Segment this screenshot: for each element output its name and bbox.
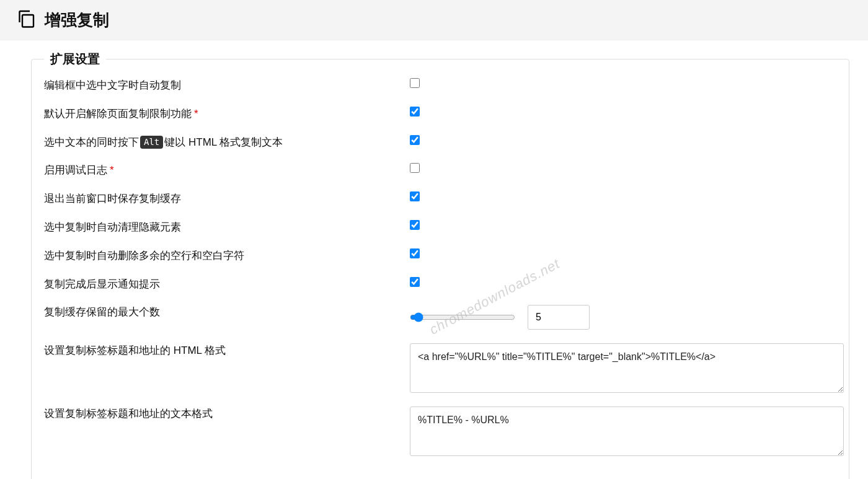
label-trim-ws: 选中复制时自动删除多余的空行和空白字符	[44, 248, 410, 263]
row-html-format: 设置复制标签标题和地址的 HTML 格式	[44, 343, 836, 393]
page-header: 增强复制	[0, 0, 868, 40]
label-html-format: 设置复制标签标题和地址的 HTML 格式	[44, 343, 410, 358]
svg-rect-0	[22, 15, 33, 27]
row-clean-hidden: 选中复制时自动清理隐藏元素	[44, 220, 836, 235]
row-notification: 复制完成后显示通知提示	[44, 277, 836, 292]
checkbox-alt-html[interactable]	[410, 135, 420, 145]
label-auto-copy: 编辑框中选中文字时自动复制	[44, 78, 410, 93]
kbd-alt: Alt	[140, 136, 163, 149]
label-alt-html: 选中文本的同时按下 Alt 键以 HTML 格式复制文本	[44, 135, 410, 150]
settings-fieldset: 扩展设置 chromedownloads.net 编辑框中选中文字时自动复制 默…	[31, 59, 849, 479]
content: 扩展设置 chromedownloads.net 编辑框中选中文字时自动复制 默…	[0, 40, 868, 479]
label-clean-hidden: 选中复制时自动清理隐藏元素	[44, 220, 410, 235]
label-debug-log: 启用调试日志*	[44, 163, 410, 178]
row-text-format: 设置复制标签标题和地址的文本格式	[44, 406, 836, 456]
slider-max-cache[interactable]	[410, 312, 515, 322]
label-max-cache: 复制缓存保留的最大个数	[44, 305, 410, 320]
row-alt-html: 选中文本的同时按下 Alt 键以 HTML 格式复制文本	[44, 135, 836, 150]
page-title: 增强复制	[45, 9, 109, 31]
copy-icon	[15, 7, 37, 32]
row-unlock-copy: 默认开启解除页面复制限制功能*	[44, 107, 836, 121]
label-save-cache: 退出当前窗口时保存复制缓存	[44, 191, 410, 206]
checkbox-auto-copy[interactable]	[410, 78, 420, 88]
row-max-cache: 复制缓存保留的最大个数	[44, 305, 836, 330]
row-save-cache: 退出当前窗口时保存复制缓存	[44, 191, 836, 206]
checkbox-trim-ws[interactable]	[410, 248, 420, 258]
row-debug-log: 启用调试日志*	[44, 163, 836, 178]
textarea-text-format[interactable]	[410, 406, 844, 456]
checkbox-notification[interactable]	[410, 277, 420, 287]
checkbox-save-cache[interactable]	[410, 191, 420, 201]
label-text-format: 设置复制标签标题和地址的文本格式	[44, 406, 410, 421]
label-unlock-copy: 默认开启解除页面复制限制功能*	[44, 107, 410, 121]
fieldset-legend: 扩展设置	[44, 51, 106, 68]
checkbox-clean-hidden[interactable]	[410, 220, 420, 230]
row-auto-copy: 编辑框中选中文字时自动复制	[44, 78, 836, 93]
checkbox-debug-log[interactable]	[410, 163, 420, 173]
input-max-cache[interactable]	[528, 305, 590, 330]
textarea-html-format[interactable]	[410, 343, 844, 393]
label-notification: 复制完成后显示通知提示	[44, 277, 410, 292]
checkbox-unlock-copy[interactable]	[410, 107, 420, 116]
row-trim-ws: 选中复制时自动删除多余的空行和空白字符	[44, 248, 836, 263]
